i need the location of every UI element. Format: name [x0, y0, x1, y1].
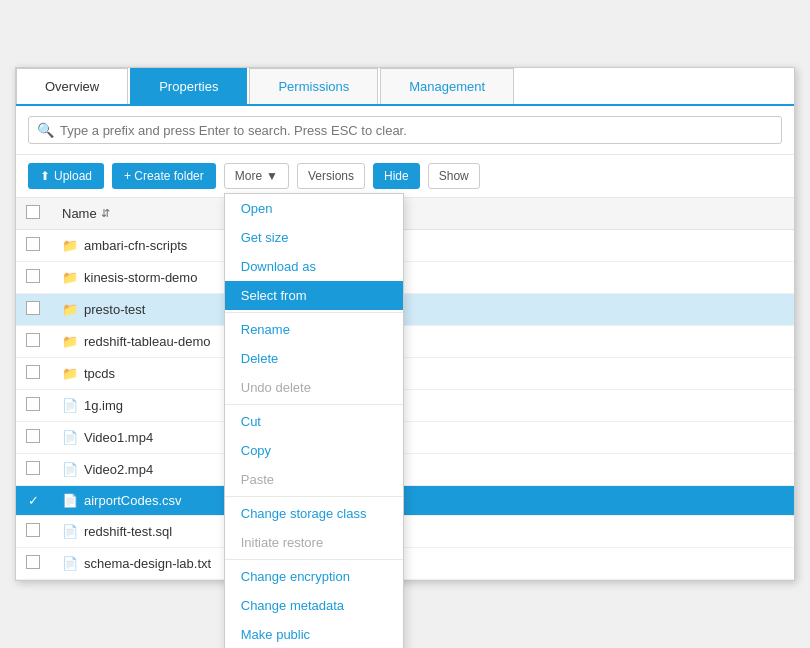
show-button[interactable]: Show [428, 163, 480, 189]
row-checkbox[interactable] [26, 555, 40, 569]
row-checkbox[interactable] [26, 365, 40, 379]
row-checkbox[interactable] [26, 237, 40, 251]
file-name: 📄airportCodes.csv [62, 493, 784, 508]
divider-3 [225, 496, 403, 497]
upload-button[interactable]: ⬆ Upload [28, 163, 104, 189]
file-name-label: tpcds [84, 366, 115, 381]
row-checkbox[interactable] [26, 269, 40, 283]
file-name-label: airportCodes.csv [84, 493, 182, 508]
more-dropdown-menu: Open Get size Download as Select from Re… [224, 193, 404, 648]
file-name-label: ambari-cfn-scripts [84, 238, 187, 253]
search-input-wrap: 🔍 [28, 116, 782, 144]
upload-icon: ⬆ [40, 169, 50, 183]
table-row[interactable]: 📁redshift-tableau-demo [16, 326, 794, 358]
divider-2 [225, 404, 403, 405]
more-dropdown-wrap: More ▼ Open Get size Download as Select … [224, 163, 289, 189]
folder-icon: 📁 [62, 238, 78, 253]
row-checkbox[interactable] [26, 301, 40, 315]
file-name: 📄redshift-test.sql [62, 524, 784, 539]
more-button[interactable]: More ▼ [224, 163, 289, 189]
chevron-down-icon: ▼ [266, 169, 278, 183]
table-row[interactable]: ✓📄airportCodes.csv [16, 486, 794, 516]
dropdown-item-change-metadata[interactable]: Change metadata [225, 591, 403, 620]
file-name-label: Video2.mp4 [84, 462, 153, 477]
file-name: 📁presto-test [62, 302, 784, 317]
dropdown-item-make-public[interactable]: Make public [225, 620, 403, 648]
file-icon: 📄 [62, 398, 78, 413]
table-row[interactable]: 📄Video2.mp4 [16, 454, 794, 486]
file-name: 📁tpcds [62, 366, 784, 381]
file-name-label: kinesis-storm-demo [84, 270, 197, 285]
dropdown-item-rename[interactable]: Rename [225, 315, 403, 344]
table-row[interactable]: 📄redshift-test.sql [16, 516, 794, 548]
file-icon: 📄 [62, 462, 78, 477]
file-name-label: redshift-tableau-demo [84, 334, 210, 349]
file-name: 📁redshift-tableau-demo [62, 334, 784, 349]
row-checkbox[interactable] [26, 523, 40, 537]
dropdown-item-change-storage-class[interactable]: Change storage class [225, 499, 403, 528]
file-name: 📄schema-design-lab.txt [62, 556, 784, 571]
sort-icon: ⇵ [101, 207, 110, 220]
dropdown-item-select-from[interactable]: Select from [225, 281, 403, 310]
file-name: 📄1g.img [62, 398, 784, 413]
versions-button[interactable]: Versions [297, 163, 365, 189]
file-icon: 📄 [62, 493, 78, 508]
dropdown-item-cut[interactable]: Cut [225, 407, 403, 436]
table-row[interactable]: 📄Video1.mp4 [16, 422, 794, 454]
file-icon: 📄 [62, 524, 78, 539]
search-input[interactable] [60, 123, 773, 138]
folder-icon: 📁 [62, 334, 78, 349]
divider-4 [225, 559, 403, 560]
tab-permissions[interactable]: Permissions [249, 68, 378, 104]
dropdown-item-paste: Paste [225, 465, 403, 494]
search-icon: 🔍 [37, 122, 54, 138]
file-name-label: redshift-test.sql [84, 524, 172, 539]
tab-overview[interactable]: Overview [16, 68, 128, 104]
file-table-body: 📁ambari-cfn-scripts📁kinesis-storm-demo📁p… [16, 230, 794, 580]
tab-management[interactable]: Management [380, 68, 514, 104]
table-row[interactable]: 📄1g.img [16, 390, 794, 422]
file-icon: 📄 [62, 556, 78, 571]
file-name: 📁ambari-cfn-scripts [62, 238, 784, 253]
row-checkbox[interactable] [26, 461, 40, 475]
file-name: 📄Video2.mp4 [62, 462, 784, 477]
dropdown-item-download-as[interactable]: Download as [225, 252, 403, 281]
row-checkbox[interactable]: ✓ [26, 494, 40, 508]
tab-properties[interactable]: Properties [130, 68, 247, 104]
row-checkbox[interactable] [26, 333, 40, 347]
file-name-label: presto-test [84, 302, 145, 317]
file-name-label: 1g.img [84, 398, 123, 413]
table-row[interactable]: 📁presto-test [16, 294, 794, 326]
table-row[interactable]: 📁tpcds [16, 358, 794, 390]
dropdown-item-change-encryption[interactable]: Change encryption [225, 562, 403, 591]
toolbar: ⬆ Upload + Create folder More ▼ Open Get… [16, 155, 794, 198]
table-row[interactable]: 📄schema-design-lab.txt [16, 548, 794, 580]
dropdown-item-copy[interactable]: Copy [225, 436, 403, 465]
file-name: 📁kinesis-storm-demo [62, 270, 784, 285]
table-row[interactable]: 📁kinesis-storm-demo [16, 262, 794, 294]
folder-icon: 📁 [62, 302, 78, 317]
file-name: 📄Video1.mp4 [62, 430, 784, 445]
name-column-header: Name ⇵ [52, 198, 794, 230]
file-icon: 📄 [62, 430, 78, 445]
file-name-label: Video1.mp4 [84, 430, 153, 445]
select-all-checkbox[interactable] [26, 205, 40, 219]
checkbox-header [16, 198, 52, 230]
folder-icon: 📁 [62, 270, 78, 285]
row-checkbox[interactable] [26, 429, 40, 443]
hide-button[interactable]: Hide [373, 163, 420, 189]
dropdown-item-initiate-restore: Initiate restore [225, 528, 403, 557]
table-row[interactable]: 📁ambari-cfn-scripts [16, 230, 794, 262]
dropdown-item-open[interactable]: Open [225, 194, 403, 223]
dropdown-item-undo-delete: Undo delete [225, 373, 403, 402]
main-window: Overview Properties Permissions Manageme… [15, 67, 795, 581]
row-checkbox[interactable] [26, 397, 40, 411]
dropdown-item-get-size[interactable]: Get size [225, 223, 403, 252]
divider-1 [225, 312, 403, 313]
dropdown-item-delete[interactable]: Delete [225, 344, 403, 373]
folder-icon: 📁 [62, 366, 78, 381]
table-header-row: Name ⇵ [16, 198, 794, 230]
file-name-label: schema-design-lab.txt [84, 556, 211, 571]
file-table: Name ⇵ 📁ambari-cfn-scripts📁kinesis-storm… [16, 198, 794, 580]
create-folder-button[interactable]: + Create folder [112, 163, 216, 189]
